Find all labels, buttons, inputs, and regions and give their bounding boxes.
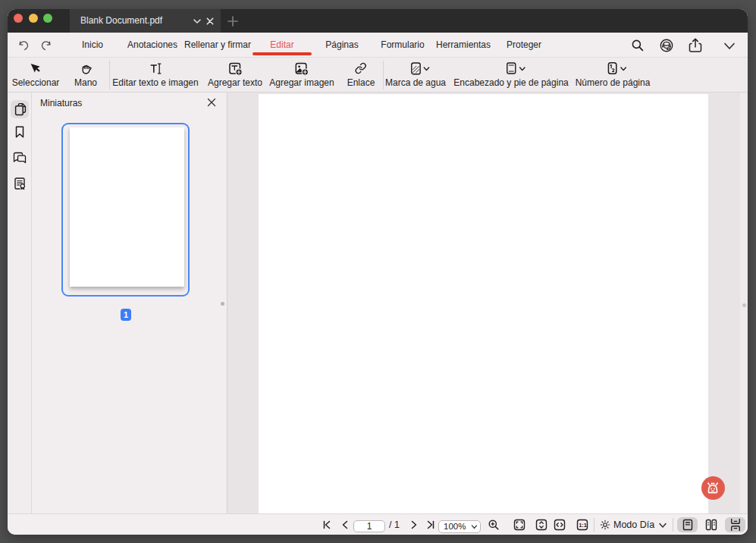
svg-text:1:1: 1:1: [579, 522, 587, 529]
